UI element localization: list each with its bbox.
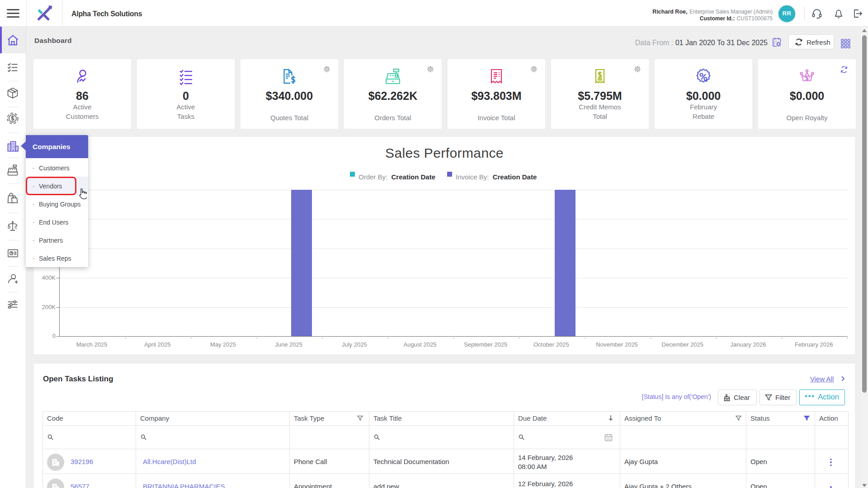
svg-text:C: C [14,225,18,230]
svg-text:D: D [8,225,10,230]
